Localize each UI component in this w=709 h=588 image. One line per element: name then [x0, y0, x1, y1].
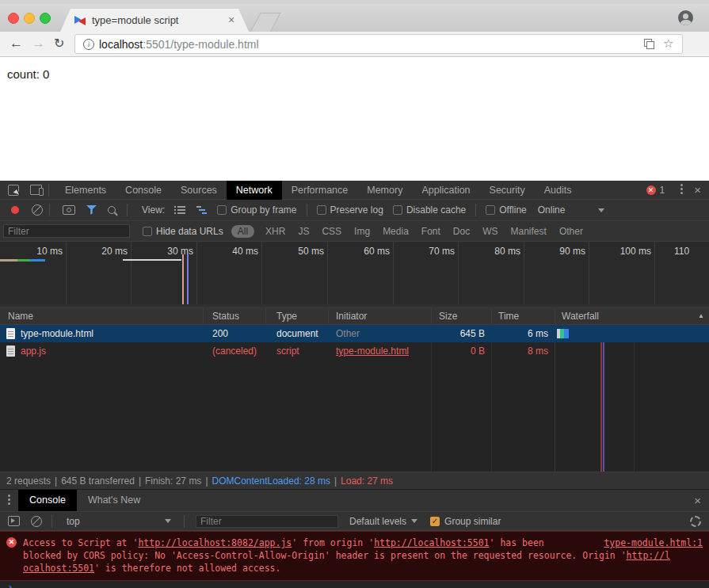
- filter-type-doc[interactable]: Doc: [453, 226, 470, 237]
- filter-type-img[interactable]: Img: [354, 226, 370, 237]
- group-similar-label: Group similar: [444, 516, 501, 527]
- address-bar[interactable]: i localhost:5501/type-module.html ☆: [74, 34, 683, 54]
- view-label: View:: [142, 204, 165, 216]
- tab-elements[interactable]: Elements: [55, 181, 116, 200]
- filter-type-manifest[interactable]: Manifest: [511, 226, 547, 237]
- mac-close-button[interactable]: [8, 13, 19, 24]
- requests-table-header: Name Status Type Initiator Size Time Wat…: [0, 308, 709, 325]
- clear-console-icon[interactable]: [31, 516, 42, 527]
- console-prompt-chevron[interactable]: ›: [7, 581, 13, 588]
- drawer-tab-console[interactable]: Console: [18, 490, 77, 511]
- execution-context-select[interactable]: top: [67, 516, 177, 527]
- tab-close-icon[interactable]: ×: [228, 13, 234, 26]
- tick-30ms: 30 ms: [132, 246, 193, 257]
- error-link-origin[interactable]: http://localhost:5501: [374, 537, 489, 548]
- devtools-menu-icon[interactable]: [680, 184, 683, 196]
- throttling-select[interactable]: Online: [538, 204, 566, 216]
- log-levels-select[interactable]: Default levels: [349, 516, 417, 527]
- error-badge[interactable]: ✕ 1: [646, 185, 673, 196]
- new-tab-button[interactable]: [250, 13, 280, 32]
- col-status[interactable]: Status: [212, 311, 239, 322]
- divider: [307, 204, 307, 216]
- browser-tab-strip: type=module script ×: [0, 4, 709, 32]
- clear-icon[interactable]: [32, 204, 43, 216]
- reload-button[interactable]: ↻: [54, 36, 64, 52]
- tab-performance[interactable]: Performance: [282, 181, 358, 200]
- preserve-log-checkbox[interactable]: [317, 205, 326, 215]
- col-type[interactable]: Type: [276, 311, 297, 322]
- network-filter-input[interactable]: [3, 224, 130, 238]
- col-name[interactable]: Name: [8, 311, 33, 322]
- request-initiator-link[interactable]: type-module.html: [336, 346, 409, 357]
- inspect-element-icon[interactable]: [8, 185, 19, 196]
- overview-bar-light: [123, 259, 181, 261]
- bookmark-star-icon[interactable]: ☆: [663, 36, 673, 51]
- page-info-icon[interactable]: i: [83, 39, 94, 50]
- back-button[interactable]: ←: [10, 36, 23, 52]
- disable-cache-checkbox[interactable]: [393, 205, 402, 215]
- drawer-tab-whats-new[interactable]: What's New: [77, 490, 151, 511]
- filter-funnel-icon[interactable]: [86, 205, 97, 215]
- search-icon[interactable]: [108, 206, 116, 214]
- table-row[interactable]: type-module.html 200 document Other 645 …: [0, 325, 709, 342]
- screenshot-capture-icon[interactable]: [63, 205, 75, 215]
- profile-avatar-icon[interactable]: [678, 10, 693, 25]
- filter-type-other[interactable]: Other: [559, 226, 583, 237]
- error-link-appjs[interactable]: http://localhost:8082/app.js: [138, 537, 292, 548]
- col-size[interactable]: Size: [439, 311, 457, 322]
- tab-sources[interactable]: Sources: [171, 181, 227, 200]
- page-content: count: 0: [0, 57, 709, 181]
- error-link-origin2b[interactable]: ocalhost:5501: [23, 563, 94, 574]
- tab-console[interactable]: Console: [116, 181, 171, 200]
- filter-type-xhr[interactable]: XHR: [265, 226, 285, 237]
- devtools-close-icon[interactable]: ×: [694, 183, 701, 197]
- show-overview-icon[interactable]: [196, 205, 208, 215]
- mac-zoom-button[interactable]: [40, 13, 51, 24]
- console-prompt-row[interactable]: ›: [0, 581, 709, 588]
- col-initiator[interactable]: Initiator: [336, 311, 367, 322]
- hide-data-urls-checkbox[interactable]: [143, 227, 152, 236]
- col-time[interactable]: Time: [498, 311, 519, 322]
- tab-audits[interactable]: Audits: [535, 181, 581, 200]
- group-by-frame-checkbox[interactable]: [217, 205, 227, 215]
- drawer-menu-icon[interactable]: [8, 494, 10, 506]
- table-row[interactable]: app.js (canceled) script type-module.htm…: [0, 342, 709, 360]
- filter-type-all[interactable]: All: [231, 225, 254, 238]
- col-waterfall[interactable]: Waterfall: [562, 311, 599, 322]
- browser-tab[interactable]: type=module script ×: [60, 9, 249, 32]
- console-filter-input[interactable]: [196, 515, 338, 528]
- error-link-origin2a[interactable]: http://l: [627, 550, 670, 561]
- sort-arrow-icon[interactable]: ▲: [698, 312, 704, 319]
- tab-network[interactable]: Network: [227, 181, 282, 200]
- group-similar-checkbox[interactable]: ✓: [430, 517, 440, 526]
- device-toolbar-icon[interactable]: [30, 185, 42, 195]
- tab-favicon-icon: [74, 14, 86, 25]
- request-name[interactable]: app.js: [21, 346, 46, 357]
- offline-checkbox[interactable]: [486, 205, 495, 215]
- filter-type-js[interactable]: JS: [298, 226, 309, 237]
- filter-type-font[interactable]: Font: [421, 226, 440, 237]
- error-count: 1: [660, 185, 665, 196]
- filter-type-ws[interactable]: WS: [482, 226, 497, 237]
- filter-type-css[interactable]: CSS: [322, 226, 341, 237]
- network-overview-timeline[interactable]: 10 ms 20 ms 30 ms 40 ms 50 ms 60 ms 70 m…: [0, 242, 709, 308]
- tab-application[interactable]: Application: [412, 181, 479, 200]
- mac-minimize-button[interactable]: [24, 13, 35, 24]
- summary-load: Load: 27 ms: [341, 475, 393, 487]
- error-badge-icon: ✕: [646, 185, 656, 195]
- load-event-line: [182, 254, 184, 305]
- error-source-link[interactable]: type-module.html:1: [604, 537, 703, 548]
- drawer-close-icon[interactable]: ×: [694, 494, 701, 507]
- console-sidebar-icon[interactable]: [8, 516, 20, 526]
- summary-requests: 2 requests: [6, 475, 51, 487]
- translate-icon[interactable]: [644, 39, 654, 49]
- request-time: 6 ms: [493, 328, 548, 339]
- console-settings-gear-icon[interactable]: [690, 516, 701, 527]
- tab-memory[interactable]: Memory: [357, 181, 412, 200]
- chevron-down-icon[interactable]: [598, 208, 604, 212]
- record-button[interactable]: [11, 206, 19, 214]
- tab-security[interactable]: Security: [480, 181, 535, 200]
- large-rows-icon[interactable]: [174, 205, 185, 215]
- filter-type-media[interactable]: Media: [383, 226, 409, 237]
- request-name[interactable]: type-module.html: [21, 328, 93, 339]
